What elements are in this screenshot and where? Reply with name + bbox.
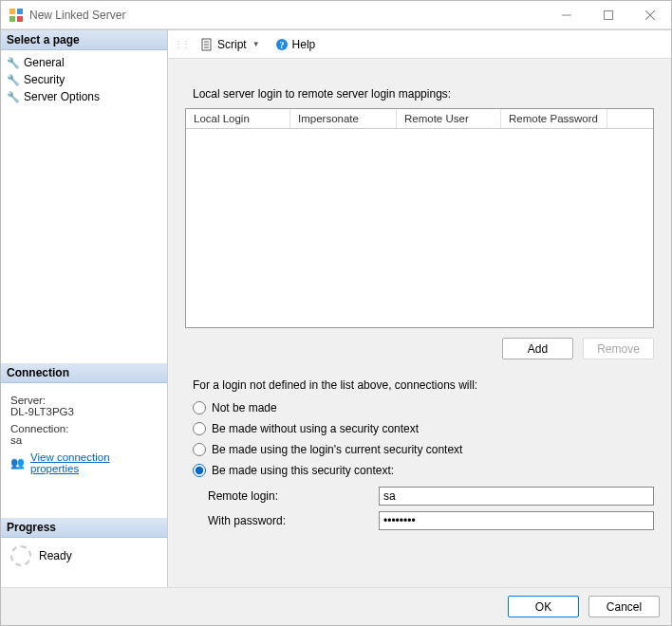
radio-no-ctx-input[interactable] [193, 422, 206, 435]
nav-item-security[interactable]: 🔧 Security [1, 71, 167, 88]
server-label: Server: [10, 395, 158, 406]
nav-item-general[interactable]: 🔧 General [1, 54, 167, 71]
remote-login-input[interactable] [379, 487, 654, 506]
dialog-footer: OK Cancel [1, 587, 671, 625]
radio-label: Be made without using a security context [212, 422, 419, 435]
nav-list: 🔧 General 🔧 Security 🔧 Server Options [1, 50, 167, 109]
server-value: DL-9LT3PG3 [10, 406, 158, 417]
options-label: For a login not defined in the list abov… [193, 378, 654, 392]
svg-rect-5 [605, 10, 613, 19]
svg-rect-2 [9, 16, 15, 22]
nav-item-label: General [24, 56, 65, 69]
svg-rect-0 [9, 9, 15, 14]
grid-body[interactable] [186, 129, 653, 327]
maximize-button[interactable] [588, 1, 629, 28]
help-icon: ? [275, 38, 289, 51]
cancel-button[interactable]: Cancel [588, 596, 660, 617]
progress-value: Ready [39, 549, 72, 562]
script-button[interactable]: Script ▼ [195, 36, 266, 53]
nav-item-label: Security [24, 73, 65, 86]
progress-spinner-icon [10, 545, 31, 566]
close-button[interactable] [629, 1, 671, 28]
script-label: Script [217, 38, 247, 51]
progress-row: Ready [1, 538, 167, 574]
right-panel: ⋮⋮ Script ▼ ? Help Local server login to… [168, 30, 671, 587]
wrench-icon: 🔧 [7, 57, 20, 69]
radio-this-security-context[interactable]: Be made using this security context: [193, 464, 654, 477]
ok-button[interactable]: OK [508, 596, 579, 617]
radio-label: Be made using this security context: [212, 464, 394, 477]
view-connection-properties-link[interactable]: View connection properties [30, 451, 158, 474]
nav-item-server-options[interactable]: 🔧 Server Options [1, 88, 167, 105]
svg-rect-3 [17, 16, 23, 22]
radio-login-ctx-input[interactable] [193, 443, 206, 456]
toolbar: ⋮⋮ Script ▼ ? Help [168, 30, 671, 59]
radio-not-made-input[interactable] [193, 401, 206, 414]
progress-header: Progress [1, 518, 167, 538]
connection-options: Not be made Be made without using a secu… [193, 401, 654, 477]
radio-no-security-context[interactable]: Be made without using a security context [193, 422, 654, 435]
titlebar: New Linked Server [1, 1, 671, 29]
connection-props-icon: 👥 [10, 456, 25, 470]
connection-info: Server: DL-9LT3PG3 Connection: sa 👥 View… [1, 383, 167, 480]
column-remote-user[interactable]: Remote User [397, 109, 501, 128]
nav-item-label: Server Options [24, 90, 100, 103]
remove-button[interactable]: Remove [583, 338, 654, 359]
column-remote-password[interactable]: Remote Password [501, 109, 607, 128]
minimize-button[interactable] [546, 1, 588, 28]
help-button[interactable]: ? Help [270, 36, 322, 53]
credentials-grid: Remote login: With password: [208, 487, 654, 530]
column-impersonate[interactable]: Impersonate [290, 109, 397, 128]
toolbar-grip-icon: ⋮⋮ [174, 39, 189, 49]
mappings-label: Local server login to remote server logi… [193, 87, 654, 101]
help-label: Help [292, 38, 316, 51]
security-page: Local server login to remote server logi… [168, 59, 671, 587]
radio-this-ctx-input[interactable] [193, 464, 206, 477]
with-password-input[interactable] [379, 511, 654, 530]
radio-label: Be made using the login's current securi… [212, 443, 462, 456]
grid-header: Local Login Impersonate Remote User Remo… [186, 109, 653, 129]
svg-rect-1 [17, 9, 23, 14]
select-page-header: Select a page [1, 30, 167, 50]
radio-not-made[interactable]: Not be made [193, 401, 654, 414]
radio-label: Not be made [212, 401, 277, 414]
connection-value: sa [10, 434, 158, 446]
window-title: New Linked Server [29, 9, 546, 22]
wrench-icon: 🔧 [7, 74, 20, 86]
remote-login-label: Remote login: [208, 489, 379, 503]
wrench-icon: 🔧 [7, 91, 20, 103]
app-icon [9, 8, 24, 23]
left-panel: Select a page 🔧 General 🔧 Security 🔧 Ser… [1, 30, 168, 587]
login-mappings-grid[interactable]: Local Login Impersonate Remote User Remo… [185, 108, 654, 328]
svg-text:?: ? [279, 40, 284, 50]
dropdown-caret-icon: ▼ [252, 40, 260, 48]
add-button[interactable]: Add [502, 338, 573, 359]
window-controls [546, 1, 671, 28]
script-icon [200, 38, 214, 51]
column-spacer [607, 109, 653, 128]
connection-header: Connection [1, 363, 167, 383]
with-password-label: With password: [208, 514, 379, 527]
connection-label: Connection: [10, 423, 158, 434]
column-local-login[interactable]: Local Login [186, 109, 290, 128]
radio-login-security-context[interactable]: Be made using the login's current securi… [193, 443, 654, 456]
